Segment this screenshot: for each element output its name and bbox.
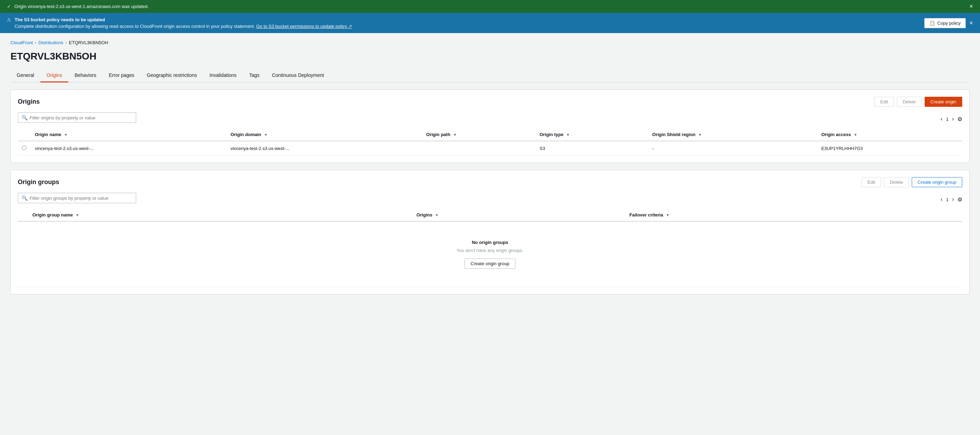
origins-col-type[interactable]: Origin type ▼ — [535, 129, 648, 141]
origins-row-path — [422, 141, 536, 156]
origin-groups-empty-row: No origin groups You don't have any orig… — [18, 221, 962, 287]
origin-groups-panel-header: Origin groups Edit Delete Create origin … — [18, 177, 962, 187]
origin-groups-panel: Origin groups Edit Delete Create origin … — [10, 170, 970, 294]
origins-prev-button[interactable]: ‹ — [939, 115, 945, 123]
origins-row-domain: vincenya-test-2.s3.us-west-... — [226, 141, 422, 156]
tab-general[interactable]: General — [10, 69, 40, 83]
origins-row-name: vincenya-test-2.s3.us-west-... — [31, 141, 226, 156]
breadcrumb-separator-2: › — [65, 40, 67, 45]
breadcrumb-distributions[interactable]: Distributions — [38, 40, 64, 45]
origins-pagination: ‹ 1 › ⚙ — [939, 115, 962, 123]
origins-search-input[interactable] — [30, 115, 132, 121]
origin-groups-edit-button[interactable]: Edit — [862, 177, 881, 187]
origin-groups-col-origins[interactable]: Origins ▼ — [412, 209, 625, 221]
origins-row-shield: - — [648, 141, 817, 156]
origin-groups-table-body: No origin groups You don't have any orig… — [18, 221, 962, 287]
origins-col-domain[interactable]: Origin domain ▼ — [226, 129, 422, 141]
origins-table-head: Origin name ▼ Origin domain ▼ Origin pat… — [18, 129, 962, 141]
origin-groups-col-name[interactable]: Origin group name ▼ — [28, 209, 412, 221]
origins-col-path-sort: ▼ — [453, 133, 457, 137]
origin-groups-pagination: ‹ 1 › ⚙ — [939, 195, 962, 203]
banner-text: The S3 bucket policy needs to be updated… — [14, 17, 352, 29]
origins-table: Origin name ▼ Origin domain ▼ Origin pat… — [18, 129, 962, 156]
banner-description: Complete distribution configuration by a… — [14, 24, 352, 29]
origins-create-button[interactable]: Create origin — [924, 97, 962, 107]
tab-origins[interactable]: Origins — [40, 69, 68, 83]
breadcrumb-current: ETQRVL3KBN5OH — [69, 40, 108, 45]
top-notification: ✓ Origin vincenya-test-2.s3.us-west-1.am… — [0, 0, 980, 13]
origin-groups-search-input[interactable] — [30, 195, 132, 201]
origin-groups-col-failover[interactable]: Failover criteria ▼ — [625, 209, 962, 221]
origin-groups-table: Origin group name ▼ Origins ▼ Failover c… — [18, 209, 962, 287]
warning-icon: ⚠ — [7, 17, 11, 22]
origins-panel-actions: Edit Delete Create origin — [875, 97, 962, 107]
origins-next-button[interactable]: › — [950, 115, 956, 123]
origin-groups-next-button[interactable]: › — [950, 195, 956, 203]
copy-policy-label: Copy policy — [937, 21, 961, 26]
tab-continuous-deployment[interactable]: Continuous Deployment — [266, 69, 330, 83]
banner-title: The S3 bucket policy needs to be updated — [14, 17, 352, 22]
origin-groups-page-num: 1 — [946, 197, 948, 202]
notification-left: ✓ Origin vincenya-test-2.s3.us-west-1.am… — [7, 4, 149, 9]
check-icon: ✓ — [7, 4, 11, 9]
breadcrumb-separator-1: › — [35, 40, 36, 45]
origin-groups-create-button[interactable]: Create origin group — [912, 177, 962, 187]
origins-row-type: S3 — [535, 141, 648, 156]
banner-left: ⚠ The S3 bucket policy needs to be updat… — [7, 17, 352, 29]
origins-delete-button[interactable]: Delete — [897, 97, 922, 107]
origins-col-name[interactable]: Origin name ▼ — [31, 129, 226, 141]
tabs: General Origins Behaviors Error pages Ge… — [10, 69, 970, 83]
copy-icon: 📋 — [929, 21, 935, 26]
blue-banner: ⚠ The S3 bucket policy needs to be updat… — [0, 13, 980, 33]
banner-link[interactable]: Go to S3 bucket permissions to update po… — [256, 24, 352, 29]
origin-groups-prev-button[interactable]: ‹ — [939, 195, 945, 203]
origin-groups-empty-state: No origin groups You don't have any orig… — [22, 226, 958, 283]
banner-actions: 📋 Copy policy × — [924, 18, 973, 28]
origins-col-path[interactable]: Origin path ▼ — [422, 129, 536, 141]
origin-groups-search-icon: 🔍 — [22, 195, 27, 201]
tab-tags[interactable]: Tags — [243, 69, 266, 83]
origins-edit-button[interactable]: Edit — [875, 97, 894, 107]
origin-groups-empty-create-button[interactable]: Create origin group — [465, 259, 515, 269]
origin-groups-col-failover-sort: ▼ — [666, 213, 670, 217]
tab-invalidations[interactable]: Invalidations — [204, 69, 243, 83]
breadcrumb: CloudFront › Distributions › ETQRVL3KBN5… — [10, 40, 970, 45]
origin-groups-panel-title: Origin groups — [18, 178, 59, 186]
copy-policy-button[interactable]: 📋 Copy policy — [924, 18, 966, 28]
origin-groups-select-col — [18, 209, 28, 221]
origins-panel: Origins Edit Delete Create origin 🔍 ‹ 1 … — [10, 89, 970, 163]
tab-error-pages[interactable]: Error pages — [102, 69, 140, 83]
empty-description: You don't have any origin groups. — [29, 248, 951, 253]
origin-groups-empty-cell: No origin groups You don't have any orig… — [18, 221, 962, 287]
empty-title: No origin groups — [29, 240, 951, 245]
banner-close-button[interactable]: × — [969, 19, 973, 27]
origins-col-shield[interactable]: Origin Shield region ▼ — [648, 129, 817, 141]
origins-col-name-sort: ▼ — [64, 133, 68, 137]
origin-groups-search-pagination-row: 🔍 ‹ 1 › ⚙ — [18, 193, 962, 209]
tab-geographic-restrictions[interactable]: Geographic restrictions — [141, 69, 204, 83]
origin-groups-panel-actions: Edit Delete Create origin group — [862, 177, 962, 187]
origins-search-icon: 🔍 — [22, 115, 27, 121]
origin-groups-search-bar[interactable]: 🔍 — [18, 193, 136, 203]
origins-col-access[interactable]: Origin access ▼ — [817, 129, 962, 141]
origins-row-access: E3UP1YRLHHH7G3 — [817, 141, 962, 156]
breadcrumb-cloudfront[interactable]: CloudFront — [10, 40, 33, 45]
origins-search-pagination-row: 🔍 ‹ 1 › ⚙ — [18, 113, 962, 129]
origins-col-shield-sort: ▼ — [698, 133, 702, 137]
origin-groups-settings-icon[interactable]: ⚙ — [957, 196, 962, 203]
origin-groups-delete-button[interactable]: Delete — [884, 177, 909, 187]
notification-close-button[interactable]: × — [969, 3, 973, 10]
origins-row-radio[interactable] — [22, 146, 27, 150]
origins-col-type-sort: ▼ — [566, 133, 570, 137]
origins-col-access-sort: ▼ — [854, 133, 858, 137]
table-row: vincenya-test-2.s3.us-west-... vincenya-… — [18, 141, 962, 156]
origins-col-domain-sort: ▼ — [264, 133, 268, 137]
origins-search-bar[interactable]: 🔍 — [18, 113, 136, 123]
origin-groups-table-head: Origin group name ▼ Origins ▼ Failover c… — [18, 209, 962, 221]
origins-table-header-row: Origin name ▼ Origin domain ▼ Origin pat… — [18, 129, 962, 141]
origin-groups-header-row: Origin group name ▼ Origins ▼ Failover c… — [18, 209, 962, 221]
origins-row-radio-cell[interactable] — [18, 141, 31, 156]
origins-settings-icon[interactable]: ⚙ — [957, 116, 962, 122]
tab-behaviors[interactable]: Behaviors — [68, 69, 102, 83]
origins-panel-header: Origins Edit Delete Create origin — [18, 97, 962, 107]
